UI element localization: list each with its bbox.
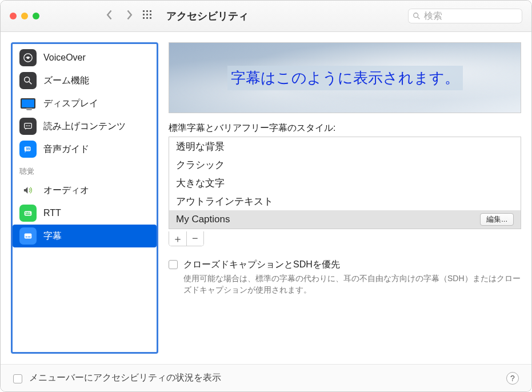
sidebar-item-zoom[interactable]: ズーム機能 [13, 69, 157, 92]
footer: メニューバーにアクセシビリティの状況を表示 ? [1, 364, 531, 391]
svg-point-13 [25, 77, 30, 82]
add-style-button[interactable]: ＋ [169, 231, 187, 246]
style-list: 透明な背景 クラシック 大きな文字 アウトラインテキスト My Captions… [169, 137, 521, 229]
prefer-cc-label: クローズドキャプションとSDHを優先 [183, 259, 521, 271]
svg-rect-4 [146, 14, 148, 15]
svg-rect-24 [29, 212, 30, 213]
hearing-section-label: 聴覚 [13, 161, 157, 179]
style-row[interactable]: 大きな文字 [169, 174, 521, 192]
svg-rect-27 [26, 237, 28, 237]
svg-rect-25 [26, 214, 31, 215]
menubar-status-label: メニューバーにアクセシビリティの状況を表示 [29, 372, 221, 384]
sidebar-item-audio[interactable]: オーディオ [13, 179, 157, 202]
spoken-content-icon [19, 118, 37, 135]
titlebar: アクセシビリティ 検索 [1, 1, 531, 32]
body: VoiceOver ズーム機能 ディスプレイ 読み上げコンテンツ 99 音声ガイ… [1, 32, 531, 364]
caption-preview: 字幕はこのように表示されます。 [169, 42, 521, 113]
rtt-icon [19, 205, 37, 222]
sidebar-label: RTT [43, 208, 61, 218]
back-button[interactable] [106, 9, 114, 23]
menubar-status-checkbox[interactable] [13, 374, 22, 383]
zoom-icon [19, 72, 37, 89]
forward-button[interactable] [125, 9, 133, 23]
prefer-cc-description: 使用可能な場合は、標準の字幕の代わりに、耳の不自由な方向けの字幕（SDH）または… [183, 273, 521, 295]
svg-rect-23 [27, 212, 28, 213]
svg-point-18 [29, 125, 30, 126]
sidebar-item-spoken-content[interactable]: 読み上げコンテンツ [13, 115, 157, 138]
svg-rect-28 [28, 237, 31, 237]
svg-line-14 [29, 82, 32, 85]
svg-point-17 [27, 125, 29, 126]
svg-point-9 [414, 13, 418, 18]
svg-rect-3 [143, 14, 145, 15]
prefer-cc-checkbox[interactable] [169, 260, 178, 269]
svg-rect-22 [26, 212, 27, 213]
sidebar-label: ズーム機能 [43, 75, 89, 87]
svg-rect-21 [25, 211, 32, 215]
svg-point-12 [27, 57, 30, 59]
svg-line-10 [418, 17, 420, 19]
style-row[interactable]: アウトラインテキスト [169, 192, 521, 210]
svg-rect-26 [25, 234, 32, 239]
sidebar-item-rtt[interactable]: RTT [13, 202, 157, 225]
voiceover-icon [19, 49, 37, 66]
show-all-button[interactable] [142, 10, 153, 22]
sidebar-label: 字幕 [43, 230, 62, 242]
svg-rect-5 [150, 14, 151, 15]
maximize-button[interactable] [33, 13, 39, 19]
svg-text:99: 99 [26, 147, 30, 151]
sidebar-item-captions[interactable]: 字幕 [13, 225, 157, 247]
preferences-window: アクセシビリティ 検索 VoiceOver ズーム機能 ディスプレイ 読み上げコ… [0, 0, 532, 392]
svg-rect-0 [143, 10, 145, 12]
search-placeholder: 検索 [424, 10, 442, 22]
style-row-selected[interactable]: My Captions 編集... [169, 210, 521, 229]
search-icon [413, 12, 421, 20]
help-button[interactable]: ? [506, 372, 519, 385]
search-input[interactable]: 検索 [408, 9, 522, 23]
preview-text: 字幕はこのように表示されます。 [227, 66, 463, 90]
svg-rect-6 [143, 17, 145, 19]
svg-point-16 [26, 125, 27, 126]
close-button[interactable] [10, 13, 17, 19]
audio-icon [19, 182, 37, 199]
sidebar-item-display[interactable]: ディスプレイ [13, 92, 157, 115]
styles-label: 標準字幕とバリアフリー字幕のスタイル: [169, 122, 521, 134]
add-remove-buttons: ＋ − [169, 231, 204, 246]
captions-icon [19, 227, 37, 245]
svg-rect-1 [146, 10, 148, 12]
display-icon [19, 95, 37, 112]
sidebar-item-audio-descriptions[interactable]: 99 音声ガイド [13, 138, 157, 161]
prefer-cc-row: クローズドキャプションとSDHを優先 使用可能な場合は、標準の字幕の代わりに、耳… [169, 259, 521, 295]
style-row[interactable]: 透明な背景 [169, 137, 521, 155]
main-panel: 字幕はこのように表示されます。 標準字幕とバリアフリー字幕のスタイル: 透明な背… [169, 42, 521, 354]
sidebar-label: 読み上げコンテンツ [43, 121, 126, 133]
sidebar-item-voiceover[interactable]: VoiceOver [13, 46, 157, 69]
svg-rect-2 [150, 10, 151, 12]
svg-rect-7 [146, 17, 148, 19]
sidebar-label: オーディオ [43, 185, 89, 197]
svg-rect-8 [150, 17, 151, 19]
edit-style-button[interactable]: 編集... [480, 213, 514, 226]
sidebar-label: ディスプレイ [43, 98, 98, 110]
window-title: アクセシビリティ [166, 9, 249, 23]
window-controls [10, 13, 39, 19]
nav-buttons [106, 9, 133, 23]
sidebar-label: VoiceOver [43, 53, 86, 63]
sidebar: VoiceOver ズーム機能 ディスプレイ 読み上げコンテンツ 99 音声ガイ… [11, 42, 158, 354]
descriptions-icon: 99 [19, 141, 37, 158]
sidebar-label: 音声ガイド [43, 143, 89, 155]
minimize-button[interactable] [21, 13, 28, 19]
style-row[interactable]: クラシック [169, 155, 521, 174]
remove-style-button[interactable]: − [187, 231, 204, 246]
